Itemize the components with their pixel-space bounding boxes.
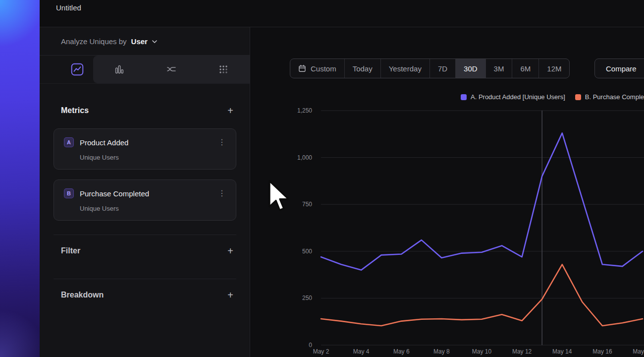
chart-legend: A. Product Added [Unique Users] B. Purch… [461, 93, 644, 101]
svg-text:500: 500 [302, 248, 312, 255]
metric-badge-b: B [64, 188, 74, 198]
svg-text:250: 250 [302, 295, 312, 301]
flows-icon [165, 63, 177, 75]
svg-text:May 10: May 10 [472, 348, 492, 355]
range-3m[interactable]: 3M [486, 59, 513, 78]
metrics-section-header: Metrics + [54, 105, 236, 117]
date-range-segmented-control: Custom Today Yesterday 7D 30D 3M 6M 12M [290, 59, 570, 78]
tab-flows[interactable] [145, 56, 197, 83]
kebab-menu-icon[interactable]: ⋮ [215, 138, 229, 147]
breakdown-section: Breakdown + [54, 279, 236, 312]
legend-swatch-b [575, 94, 581, 100]
add-filter-button[interactable]: + [224, 246, 236, 256]
legend-swatch-a [461, 94, 467, 100]
metric-measure-dropdown[interactable]: Unique Users [80, 205, 229, 212]
range-custom-label: Custom [311, 64, 336, 73]
range-6m[interactable]: 6M [512, 59, 539, 78]
chevron-down-icon[interactable] [152, 40, 157, 44]
svg-text:May 6: May 6 [393, 348, 410, 355]
add-metric-button[interactable]: + [224, 106, 236, 116]
tab-retention[interactable] [198, 56, 250, 83]
metric-name[interactable]: Product Added [80, 138, 209, 147]
tab-line-chart[interactable] [61, 56, 93, 83]
analyze-by-row: Analyze Uniques by User [40, 27, 250, 56]
tab-bar-chart[interactable] [93, 56, 145, 83]
app-nav-rail [0, 0, 40, 357]
compare-button[interactable]: Compare [594, 59, 644, 78]
calendar-icon [298, 64, 306, 72]
legend-item-b[interactable]: B. Purchase Completed [Unique Users] [575, 93, 644, 101]
range-30d-active[interactable]: 30D [456, 59, 486, 78]
svg-text:May 16: May 16 [592, 348, 612, 355]
legend-label-b: B. Purchase Completed [Unique Users] [585, 93, 644, 101]
metric-badge-a: A [64, 137, 74, 147]
filter-section: Filter + [54, 235, 236, 268]
svg-text:May 2: May 2 [313, 348, 329, 355]
metric-name[interactable]: Purchase Completed [80, 189, 209, 198]
svg-text:1,250: 1,250 [297, 107, 312, 114]
svg-text:May 12: May 12 [512, 348, 532, 355]
svg-text:1,000: 1,000 [297, 154, 312, 161]
mouse-cursor [265, 179, 292, 217]
line-chart[interactable]: 02505007501,0001,250May 2May 4May 6May 8… [290, 104, 644, 357]
range-12m[interactable]: 12M [539, 59, 569, 78]
metric-card-purchase-completed[interactable]: B Purchase Completed ⋮ Unique Users [54, 179, 236, 221]
chart-type-tab-strip [93, 56, 250, 83]
range-custom[interactable]: Custom [290, 59, 345, 78]
line-chart-icon [71, 63, 84, 76]
metric-measure-dropdown[interactable]: Unique Users [80, 154, 229, 161]
svg-text:0: 0 [309, 342, 312, 349]
sidebar-content: Metrics + A Product Added ⋮ Unique Users… [40, 105, 250, 312]
analyze-by-value-dropdown[interactable]: User [131, 37, 148, 46]
svg-text:May 8: May 8 [433, 348, 450, 355]
bar-chart-icon [113, 63, 125, 75]
metric-card-product-added[interactable]: A Product Added ⋮ Unique Users [54, 128, 236, 170]
filter-label: Filter [61, 246, 80, 255]
metric-card-row: A Product Added ⋮ [64, 137, 229, 147]
line-chart-area[interactable]: 02505007501,0001,250May 2May 4May 6May 8… [290, 104, 644, 357]
breakdown-label: Breakdown [61, 291, 104, 299]
report-title[interactable]: Untitled [56, 3, 81, 12]
legend-item-a[interactable]: A. Product Added [Unique Users] [461, 93, 565, 101]
metric-card-row: B Purchase Completed ⋮ [64, 188, 229, 198]
retention-grid-icon [217, 63, 229, 75]
kebab-menu-icon[interactable]: ⋮ [215, 189, 229, 198]
range-today[interactable]: Today [345, 59, 381, 78]
svg-text:May 14: May 14 [552, 348, 572, 355]
query-builder-sidebar: Analyze Uniques by User [40, 27, 250, 357]
analyze-by-label: Analyze Uniques by [61, 37, 127, 46]
chart-type-tabs [40, 56, 250, 84]
range-yesterday[interactable]: Yesterday [381, 59, 430, 78]
svg-text:750: 750 [302, 201, 312, 208]
svg-text:May 18: May 18 [633, 348, 644, 355]
chart-panel: Custom Today Yesterday 7D 30D 3M 6M 12M … [250, 27, 644, 357]
metrics-label: Metrics [61, 106, 89, 115]
svg-text:May 4: May 4 [353, 348, 370, 355]
range-7d[interactable]: 7D [430, 59, 456, 78]
top-bar: Untitled [40, 0, 644, 27]
legend-label-a: A. Product Added [Unique Users] [471, 93, 565, 101]
add-breakdown-button[interactable]: + [224, 290, 236, 300]
